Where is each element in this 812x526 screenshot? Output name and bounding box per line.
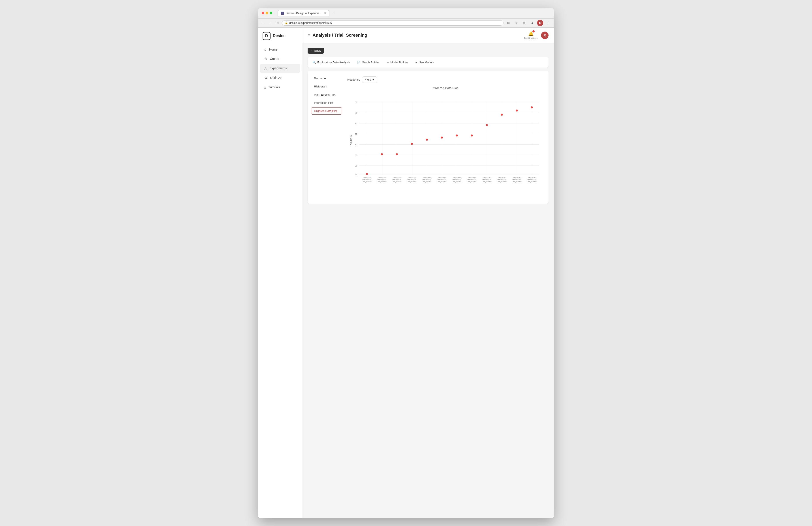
chart-container: Ordered Data Plot Yield in % [347, 86, 543, 198]
graph-tab-label: Graph Builder [362, 61, 379, 64]
svg-text:45: 45 [355, 173, 358, 175]
data-point-7 [456, 134, 458, 137]
maximize-traffic-light[interactable] [270, 12, 272, 14]
tab-favicon: D [281, 12, 284, 15]
notification-badge [533, 30, 535, 32]
browser-actions: ⊞ ☆ ⧉ ⬇ R ⋮ [505, 20, 551, 26]
user-avatar[interactable]: R [541, 32, 549, 39]
minimize-traffic-light[interactable] [266, 12, 268, 14]
chart-svg-wrapper: Yield in % [347, 91, 543, 189]
svg-text:80: 80 [355, 101, 358, 103]
svg-text:Conc_A: 150.0: Conc_A: 150.0 [377, 181, 387, 183]
sidebar-item-experiments[interactable]: △ Experiments [260, 64, 300, 73]
analysis-tab-bar: 🔍 Exploratory Data Analysis 📄 Graph Buil… [308, 57, 549, 68]
data-point-12 [531, 106, 533, 108]
svg-text:Conc_A: 300.0: Conc_A: 300.0 [392, 181, 402, 183]
data-point-10 [501, 114, 503, 115]
browser-tab-active[interactable]: D Desice - Design of Experime... ✕ [278, 10, 330, 16]
translate-button[interactable]: ⊞ [505, 20, 511, 26]
home-icon: ⌂ [264, 47, 266, 52]
svg-text:Pressure: 1.5: Pressure: 1.5 [467, 179, 476, 181]
sidebar-item-tutorials[interactable]: ℹ Tutorials [260, 83, 300, 91]
plot-menu-interaction[interactable]: Interaction Plot [311, 99, 342, 106]
app-layout: D Desice ⌂ Home ✎ Create △ Experiments ⚙… [258, 28, 554, 518]
browser-menu-button[interactable]: ⋮ [545, 20, 551, 26]
plot-menu-ordered-data[interactable]: Ordered Data Plot [311, 107, 342, 115]
svg-text:Temp: 300.0: Temp: 300.0 [408, 177, 416, 179]
svg-text:Temp: 400.0: Temp: 400.0 [378, 177, 386, 179]
svg-text:Pressure: 1.5: Pressure: 1.5 [422, 179, 431, 181]
sidebar-item-home[interactable]: ⌂ Home [260, 45, 300, 54]
plot-menu-histogram[interactable]: Histogram [311, 83, 342, 90]
chart-area: Response Yield ▾ Ordered Data Plot Yield… [346, 75, 545, 200]
response-select-dropdown[interactable]: Yield ▾ [362, 76, 377, 83]
page-title: Analysis / Trial_Screening [313, 33, 367, 38]
back-button[interactable]: ← Back [308, 48, 324, 54]
svg-text:Conc_A: 300.0: Conc_A: 300.0 [362, 181, 372, 183]
hamburger-menu-button[interactable]: ≡ [308, 33, 310, 38]
notification-bell-icon: 🔔 [528, 31, 534, 37]
svg-text:Pressure: 2.0: Pressure: 2.0 [497, 179, 506, 181]
svg-text:Temp: 300.0: Temp: 300.0 [483, 177, 491, 179]
data-point-5 [426, 139, 428, 140]
create-icon: ✎ [264, 57, 267, 61]
forward-nav-button[interactable]: → [268, 20, 273, 26]
svg-text:Pressure: 2.0: Pressure: 2.0 [408, 179, 417, 181]
data-point-9 [486, 124, 488, 126]
svg-text:Temp: 350.0: Temp: 350.0 [453, 177, 461, 179]
tab-title: Desice - Design of Experime... [286, 12, 321, 15]
tutorials-icon: ℹ [264, 85, 266, 89]
sidebar-label-create: Create [270, 57, 279, 60]
svg-text:Pressure: 2.0: Pressure: 2.0 [482, 179, 491, 181]
svg-text:Pressure: 1.0: Pressure: 1.0 [512, 179, 521, 181]
bookmark-button[interactable]: ☆ [513, 20, 519, 26]
use-models-tab-label: Use Models [419, 61, 434, 64]
sidebar-item-create[interactable]: ✎ Create [260, 55, 300, 63]
browser-titlebar: D Desice - Design of Experime... ✕ + [258, 8, 554, 18]
browser-controls: D Desice - Design of Experime... ✕ + [262, 10, 550, 16]
tab-close-button[interactable]: ✕ [324, 12, 326, 15]
data-point-1 [366, 173, 368, 175]
tab-model-builder[interactable]: ✂ Model Builder [383, 59, 411, 66]
back-nav-button[interactable]: ← [261, 20, 266, 26]
sidebar: D Desice ⌂ Home ✎ Create △ Experiments ⚙… [258, 28, 302, 518]
response-selector: Response Yield ▾ [347, 76, 543, 83]
model-tab-label: Model Builder [390, 61, 408, 64]
address-url: desice.io/experiments/analysis/1536 [289, 22, 332, 25]
tab-use-models[interactable]: ✦ Use Models [412, 59, 437, 66]
tab-eda[interactable]: 🔍 Exploratory Data Analysis [309, 59, 353, 66]
svg-text:Pressure: 1.0: Pressure: 1.0 [393, 179, 402, 181]
logo-area: D Desice [258, 32, 302, 44]
download-button[interactable]: ⬇ [529, 20, 535, 26]
response-value: Yield [365, 78, 371, 81]
svg-text:Pressure: 1.0: Pressure: 1.0 [378, 179, 387, 181]
browser-profile-button[interactable]: R [537, 20, 543, 26]
svg-text:75: 75 [355, 112, 358, 114]
plot-menu-main-effects[interactable]: Main Effects Plot [311, 91, 342, 98]
svg-text:Temp: 400.0: Temp: 400.0 [498, 177, 506, 179]
plot-menu-run-order[interactable]: Run order [311, 75, 342, 82]
close-traffic-light[interactable] [262, 12, 264, 14]
sidebar-item-optimize[interactable]: ⚙ Optimze [260, 73, 300, 82]
svg-text:Pressure: 1.5: Pressure: 1.5 [437, 179, 446, 181]
extensions-button[interactable]: ⧉ [521, 20, 527, 26]
plot-menu: Run order Histogram Main Effects Plot In… [311, 75, 342, 200]
sidebar-label-home: Home [269, 48, 277, 51]
data-point-3 [396, 153, 398, 155]
chart-svg: 80 75 70 65 60 55 50 45 [347, 91, 543, 189]
content-area: ← Back 🔍 Exploratory Data Analysis 📄 Gra… [302, 43, 554, 518]
new-tab-button[interactable]: + [331, 10, 337, 16]
svg-text:Temp: 350.0: Temp: 350.0 [423, 177, 431, 179]
data-point-2 [381, 153, 383, 155]
svg-text:Conc_A: 225.0: Conc_A: 225.0 [452, 181, 462, 183]
svg-text:Temp: 350.0: Temp: 350.0 [468, 177, 476, 179]
svg-text:Temp: 300.0: Temp: 300.0 [363, 177, 371, 179]
main-content: ≡ Analysis / Trial_Screening 🔔 Notificat… [302, 28, 554, 518]
panel-layout: Run order Histogram Main Effects Plot In… [308, 71, 549, 203]
svg-text:Temp: 300.0: Temp: 300.0 [393, 177, 401, 179]
reload-nav-button[interactable]: ↻ [275, 20, 280, 26]
svg-text:60: 60 [355, 143, 358, 146]
tab-graph-builder[interactable]: 📄 Graph Builder [354, 59, 382, 66]
address-field[interactable]: 🔒 desice.io/experiments/analysis/1536 [282, 20, 504, 26]
notification-area[interactable]: 🔔 Notifications [524, 31, 537, 40]
